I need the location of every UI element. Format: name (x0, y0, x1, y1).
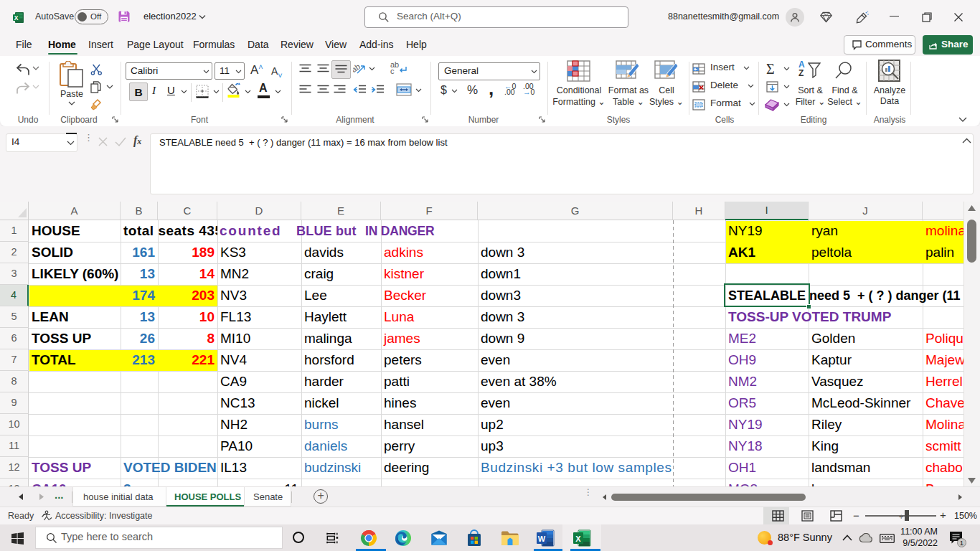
svg-text:X: X (575, 534, 581, 543)
svg-text:ab: ab (353, 62, 362, 74)
svg-text:W: W (538, 534, 546, 543)
svg-text:X: X (14, 14, 19, 22)
